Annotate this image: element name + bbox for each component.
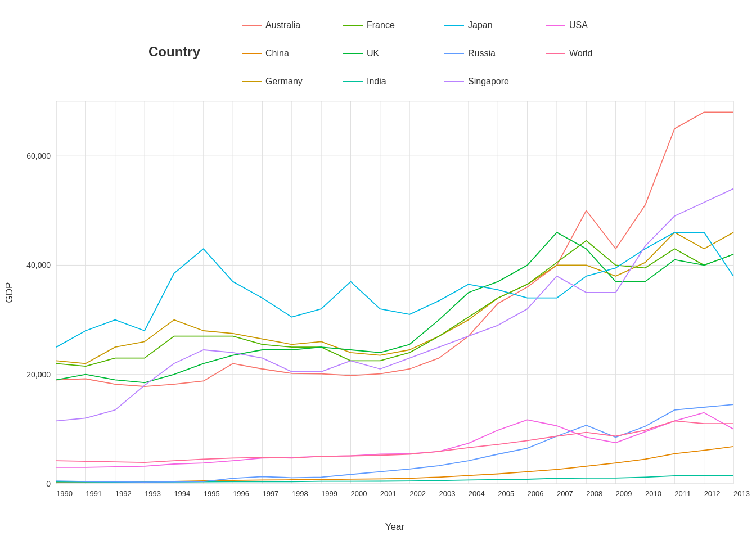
svg-text:2001: 2001 — [380, 489, 397, 498]
svg-text:1994: 1994 — [174, 489, 190, 498]
svg-text:China: China — [266, 48, 289, 58]
svg-text:Year: Year — [385, 521, 405, 532]
svg-text:1996: 1996 — [233, 489, 249, 498]
svg-text:1998: 1998 — [292, 489, 308, 498]
svg-text:Singapore: Singapore — [468, 76, 509, 86]
chart-container: 020,00040,00060,000199019911992199319941… — [0, 0, 756, 540]
svg-text:2006: 2006 — [528, 489, 544, 498]
svg-text:2012: 2012 — [704, 489, 721, 498]
svg-text:GDP: GDP — [4, 282, 15, 303]
chart-svg: 020,00040,00060,000199019911992199319941… — [0, 0, 756, 540]
svg-text:2004: 2004 — [469, 489, 485, 498]
svg-text:0: 0 — [46, 479, 51, 488]
svg-text:2009: 2009 — [616, 489, 632, 498]
svg-text:1993: 1993 — [145, 489, 161, 498]
svg-text:1997: 1997 — [262, 489, 278, 498]
svg-text:2005: 2005 — [498, 489, 514, 498]
svg-text:Russia: Russia — [468, 48, 496, 58]
svg-text:UK: UK — [367, 48, 380, 58]
svg-text:India: India — [367, 76, 386, 86]
svg-text:2008: 2008 — [586, 489, 602, 498]
svg-text:Germany: Germany — [266, 76, 303, 86]
svg-text:40,000: 40,000 — [26, 260, 51, 269]
svg-text:2010: 2010 — [645, 489, 662, 498]
svg-text:2000: 2000 — [350, 489, 367, 498]
svg-text:2003: 2003 — [439, 489, 456, 498]
svg-text:Australia: Australia — [266, 20, 300, 30]
svg-text:Country: Country — [148, 44, 201, 59]
svg-text:2013: 2013 — [734, 489, 750, 498]
svg-text:1991: 1991 — [86, 489, 102, 498]
svg-text:20,000: 20,000 — [26, 370, 51, 379]
svg-text:World: World — [569, 48, 593, 58]
svg-text:1999: 1999 — [321, 489, 338, 498]
svg-text:France: France — [367, 20, 395, 30]
svg-text:USA: USA — [569, 20, 588, 30]
svg-text:1992: 1992 — [115, 489, 132, 498]
svg-text:60,000: 60,000 — [26, 151, 51, 160]
svg-text:1995: 1995 — [204, 489, 220, 498]
svg-text:Japan: Japan — [468, 20, 493, 30]
svg-text:2002: 2002 — [410, 489, 426, 498]
svg-text:1990: 1990 — [56, 489, 73, 498]
svg-text:2007: 2007 — [557, 489, 573, 498]
svg-text:2011: 2011 — [674, 489, 691, 498]
svg-rect-1 — [56, 101, 734, 484]
